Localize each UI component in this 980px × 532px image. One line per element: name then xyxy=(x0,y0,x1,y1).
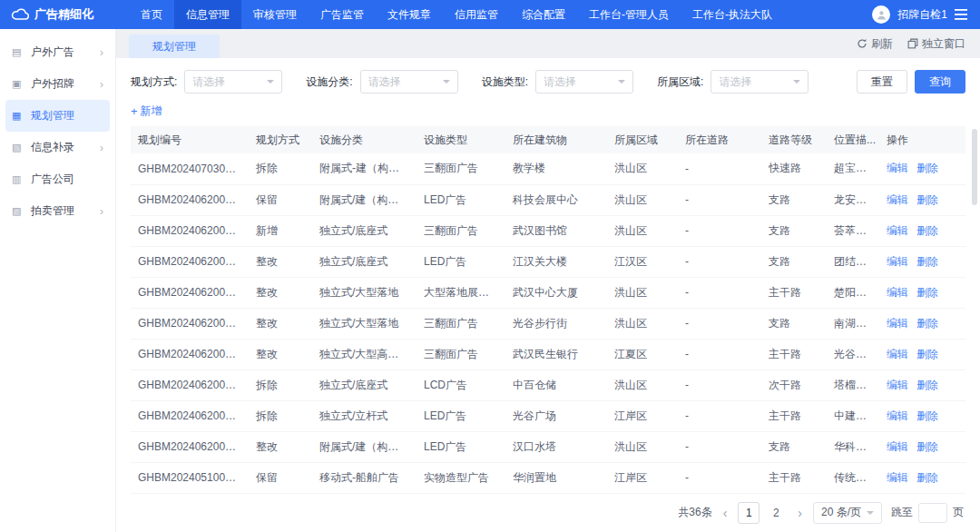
delete-link[interactable]: 删除 xyxy=(916,440,938,453)
chevron-down-icon xyxy=(867,511,874,515)
sidebar-item[interactable]: ▥广告公司 xyxy=(5,163,110,195)
column-header: 规划方式 xyxy=(249,126,312,153)
next-page-button[interactable]: › xyxy=(796,506,804,520)
refresh-button[interactable]: 刷新 xyxy=(857,36,893,52)
nav-item[interactable]: 信用监管 xyxy=(443,0,510,29)
column-header: 所在建筑物 xyxy=(505,126,607,153)
menu-icon[interactable] xyxy=(955,9,967,20)
plan-id-cell[interactable]: GHBM202406200009 xyxy=(131,431,249,462)
delete-link[interactable]: 删除 xyxy=(916,224,938,237)
data-table: 规划编号规划方式设施分类设施类型所在建筑物所属区域所在道路道路等级位置描...操… xyxy=(131,126,965,494)
road-cell: - xyxy=(678,184,761,215)
nav-item[interactable]: 工作台-管理人员 xyxy=(577,0,681,29)
add-button[interactable]: + 新增 xyxy=(131,103,162,119)
road-level-cell: 快速路 xyxy=(761,153,827,184)
road-level-cell: 支路 xyxy=(761,184,827,215)
type-cell: 三翻面广告 xyxy=(416,215,505,246)
edit-link[interactable]: 编辑 xyxy=(887,409,908,422)
district-cell: 洪山区 xyxy=(607,431,678,462)
road-level-cell: 支路 xyxy=(761,215,827,246)
nav-item[interactable]: 工作台-执法大队 xyxy=(681,0,784,29)
plan-id-cell[interactable]: GHBM202406200003 xyxy=(131,246,249,277)
edit-link[interactable]: 编辑 xyxy=(887,286,908,299)
edit-link[interactable]: 编辑 xyxy=(887,162,908,174)
sidebar-item-label: 户外广告 xyxy=(31,44,74,60)
filter-select[interactable]: 请选择 xyxy=(360,70,458,94)
nav-item[interactable]: 文件规章 xyxy=(376,0,443,29)
page-button[interactable]: 2 xyxy=(765,502,787,524)
method-cell: 整改 xyxy=(249,339,312,369)
prev-page-button[interactable]: ‹ xyxy=(721,506,730,520)
delete-link[interactable]: 删除 xyxy=(916,471,938,484)
filter-select[interactable]: 请选择 xyxy=(184,70,282,94)
nav-item[interactable]: 信息管理 xyxy=(174,0,241,29)
sidebar-item[interactable]: ▣户外招牌› xyxy=(5,68,110,100)
nav-item[interactable]: 首页 xyxy=(129,0,174,29)
delete-link[interactable]: 删除 xyxy=(916,348,938,360)
district-cell: 洪山区 xyxy=(607,215,678,246)
nav-item[interactable]: 综合配置 xyxy=(510,0,577,29)
plan-id-cell[interactable]: GHBM202406200006 xyxy=(131,339,249,369)
filter-select[interactable]: 请选择 xyxy=(535,70,633,94)
username: 招牌自检1 xyxy=(897,7,947,23)
scrollbar-thumb[interactable] xyxy=(972,129,977,205)
nav-item[interactable]: 广告监管 xyxy=(309,0,376,29)
edit-link[interactable]: 编辑 xyxy=(887,193,908,206)
plan-id-cell[interactable]: GHBM202406200002 xyxy=(131,184,249,215)
page-size-value: 20 条/页 xyxy=(821,505,861,520)
delete-link[interactable]: 删除 xyxy=(916,379,938,391)
delete-link[interactable]: 删除 xyxy=(916,286,938,299)
actions-cell: 编辑删除 xyxy=(879,400,965,431)
edit-link[interactable]: 编辑 xyxy=(887,317,908,330)
sidebar-item[interactable]: ▤户外广告› xyxy=(5,36,110,68)
sidebar-item[interactable]: ▨拍卖管理› xyxy=(5,195,110,227)
plan-id-cell[interactable]: GHBM202406200004 xyxy=(131,277,249,308)
filter-select[interactable]: 请选择 xyxy=(710,70,808,94)
plan-id-cell[interactable]: GHBM202406200001 xyxy=(131,215,249,246)
chevron-right-icon: › xyxy=(100,141,103,154)
plan-id-cell[interactable]: GHBM202406200008 xyxy=(131,400,249,431)
edit-link[interactable]: 编辑 xyxy=(887,224,908,237)
sidebar-item[interactable]: ▦规划管理 xyxy=(5,100,110,132)
delete-link[interactable]: 删除 xyxy=(916,317,938,330)
top-navbar: 广告精细化 首页信息管理审核管理广告监管文件规章信用监管综合配置工作台-管理人员… xyxy=(0,0,980,29)
table-row: GHBM202406200003整改独立式/底座式LED广告江汉关大楼江汉区-支… xyxy=(131,246,965,277)
location-cell: 团结路... xyxy=(827,246,879,277)
edit-link[interactable]: 编辑 xyxy=(887,379,908,391)
independent-window-button[interactable]: 独立窗口 xyxy=(907,36,965,52)
filter-label: 设施类型: xyxy=(482,74,528,90)
delete-link[interactable]: 删除 xyxy=(916,193,938,206)
edit-link[interactable]: 编辑 xyxy=(887,348,908,360)
category-cell: 独立式/立杆式 xyxy=(312,400,416,431)
planning-icon: ▦ xyxy=(12,110,26,122)
location-cell: 华科大... xyxy=(827,431,879,462)
page-size-select[interactable]: 20 条/页 xyxy=(813,502,882,524)
search-button[interactable]: 查询 xyxy=(915,70,965,94)
location-cell: 南湖北... xyxy=(827,308,879,339)
user-avatar[interactable] xyxy=(872,5,890,24)
delete-link[interactable]: 删除 xyxy=(916,409,938,422)
tab-strip: 规划管理 刷新 独立窗口 xyxy=(116,29,980,58)
app: 广告精细化 首页信息管理审核管理广告监管文件规章信用监管综合配置工作台-管理人员… xyxy=(0,0,980,532)
edit-link[interactable]: 编辑 xyxy=(887,471,908,484)
nav-item[interactable]: 审核管理 xyxy=(241,0,309,29)
delete-link[interactable]: 删除 xyxy=(916,255,938,268)
page-button[interactable]: 1 xyxy=(738,502,760,524)
plan-id-cell[interactable]: GHBM202406200007 xyxy=(131,369,249,400)
table-scrollbar[interactable] xyxy=(972,129,977,494)
edit-link[interactable]: 编辑 xyxy=(887,440,908,453)
actions-cell: 编辑删除 xyxy=(879,215,965,246)
method-cell: 拆除 xyxy=(249,153,312,184)
tab-planning-management[interactable]: 规划管理 xyxy=(129,34,220,58)
reset-button[interactable]: 重置 xyxy=(857,70,907,94)
edit-link[interactable]: 编辑 xyxy=(887,255,908,268)
plan-id-cell[interactable]: GHBM202406200005 xyxy=(131,308,249,339)
sidebar-item[interactable]: ▧信息补录› xyxy=(5,132,110,163)
category-cell: 独立式/底座式 xyxy=(312,215,416,246)
table-body: GHBM202407030001拆除附属式-建（构）筑物...三翻面广告教学楼洪… xyxy=(131,153,965,493)
plan-id-cell[interactable]: GHBM202405100002 xyxy=(131,462,249,493)
plan-id-cell[interactable]: GHBM202407030001 xyxy=(131,153,249,184)
jump-input[interactable] xyxy=(918,503,947,523)
delete-link[interactable]: 删除 xyxy=(916,162,938,174)
road-cell: - xyxy=(678,431,761,462)
